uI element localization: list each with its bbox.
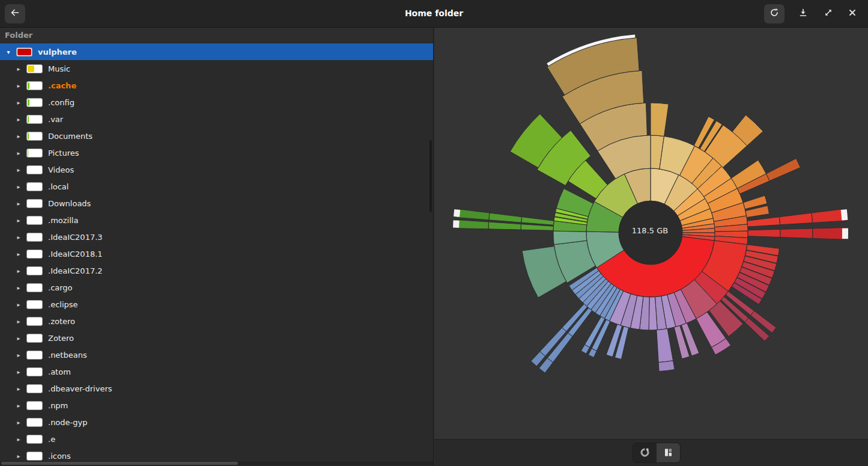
tree-row[interactable]: ▸Documents: [0, 127, 433, 144]
expand-expander-icon[interactable]: ▸: [15, 116, 22, 123]
expand-expander-icon[interactable]: ▸: [15, 234, 22, 241]
tree-row[interactable]: ▸.eclipse: [0, 296, 433, 313]
usage-chip-fill: [28, 150, 28, 156]
ring-segment[interactable]: [521, 217, 554, 225]
expand-expander-icon[interactable]: ▸: [15, 369, 22, 375]
tree-row[interactable]: ▸.atom: [0, 363, 433, 380]
folder-column-header[interactable]: Folder: [0, 28, 433, 43]
expand-expander-icon[interactable]: ▸: [15, 453, 22, 459]
usage-chip: [26, 115, 43, 124]
expand-expander-icon[interactable]: ▸: [15, 402, 22, 409]
expand-expander-icon[interactable]: ▸: [15, 284, 22, 291]
folder-label: Zotero: [48, 334, 74, 343]
expand-expander-icon[interactable]: ▸: [15, 436, 22, 443]
expand-expander-icon[interactable]: ▸: [15, 66, 22, 72]
tree-row[interactable]: ▸.cargo: [0, 279, 433, 296]
ring-segment[interactable]: [657, 329, 673, 363]
tree-row[interactable]: ▸Pictures: [0, 144, 433, 161]
maximize-button[interactable]: [821, 7, 836, 21]
usage-chip-fill: [28, 99, 29, 106]
expand-expander-icon[interactable]: ▸: [15, 385, 22, 392]
ring-segment[interactable]: [489, 213, 522, 222]
tree-row[interactable]: ▸.local: [0, 178, 433, 195]
folder-label: .cache: [48, 81, 76, 90]
usage-chip: [26, 401, 43, 410]
minimize-button[interactable]: [795, 7, 811, 21]
vertical-scrollbar[interactable]: [429, 140, 432, 212]
expand-expander-icon[interactable]: ▸: [15, 419, 22, 426]
ring-segment[interactable]: [813, 227, 846, 239]
tree-row[interactable]: ▸Zotero: [0, 330, 433, 346]
tree-row[interactable]: ▸.zotero: [0, 313, 433, 330]
tree-row[interactable]: ▸.netbeans: [0, 346, 433, 363]
expand-expander-icon[interactable]: ▸: [15, 268, 22, 274]
expand-expander-icon[interactable]: ▸: [15, 99, 22, 106]
ring-segment[interactable]: [658, 361, 675, 372]
expand-expander-icon[interactable]: ▸: [15, 200, 22, 207]
tree-row[interactable]: ▾vulphere: [0, 43, 433, 60]
usage-chip: [26, 300, 43, 309]
expand-expander-icon[interactable]: ▸: [15, 150, 22, 156]
tree-row[interactable]: ▸.config: [0, 94, 433, 111]
close-button[interactable]: [845, 7, 860, 21]
tree-row[interactable]: ▸.IdeaIC2017.3: [0, 228, 433, 245]
expand-expander-icon[interactable]: ▸: [15, 335, 22, 342]
more-levels-marker: [453, 220, 460, 227]
chart-hub[interactable]: [619, 201, 682, 265]
ring-segment[interactable]: [812, 209, 845, 222]
tree-row[interactable]: ▸.cache: [0, 77, 433, 94]
tree-row[interactable]: ▸.IdeaIC2018.1: [0, 245, 433, 262]
tree-row[interactable]: ▸.var: [0, 111, 433, 127]
ring-segment[interactable]: [780, 228, 813, 238]
expand-expander-icon[interactable]: ▸: [15, 133, 22, 139]
tree-row[interactable]: ▸Downloads: [0, 195, 433, 212]
folder-label: .atom: [48, 367, 71, 376]
folder-label: .node-gyp: [48, 418, 87, 427]
horizontal-scrollbar[interactable]: [1, 462, 238, 465]
ring-segment[interactable]: [747, 217, 780, 227]
folder-label: Music: [48, 64, 70, 73]
expand-expander-icon[interactable]: ▸: [15, 217, 22, 224]
usage-chip: [26, 367, 43, 376]
more-levels-marker: [841, 209, 848, 220]
ring-segment[interactable]: [651, 103, 669, 136]
usage-chip: [26, 418, 43, 427]
rings-chart-button[interactable]: [633, 443, 657, 463]
rings-chart[interactable]: [434, 28, 868, 439]
tree-row[interactable]: ▸.node-gyp: [0, 414, 433, 431]
usage-chip: [26, 266, 43, 275]
refresh-icon: [769, 8, 779, 20]
usage-chip: [26, 216, 43, 225]
refresh-button[interactable]: [764, 4, 785, 23]
ring-segment[interactable]: [455, 219, 489, 228]
tree-row[interactable]: ▸.dbeaver-drivers: [0, 380, 433, 397]
usage-chip: [26, 81, 43, 90]
bottom-toolbar: [434, 439, 868, 466]
ring-segment[interactable]: [488, 222, 521, 230]
expand-expander-icon[interactable]: ▸: [15, 352, 22, 358]
expand-expander-icon[interactable]: ▸: [15, 251, 22, 257]
tree-row[interactable]: ▸.mozilla: [0, 212, 433, 228]
chart-pane: 118.5 GB: [434, 28, 868, 439]
ring-segment[interactable]: [748, 229, 780, 237]
ring-segment[interactable]: [766, 159, 800, 181]
tree-row[interactable]: ▸.npm: [0, 397, 433, 414]
folder-label: .netbeans: [48, 351, 87, 360]
expand-expander-icon[interactable]: ▸: [15, 183, 22, 190]
tree-row[interactable]: ▸.IdeaIC2017.2: [0, 262, 433, 279]
expand-expander-icon[interactable]: ▸: [15, 301, 22, 308]
tree-row[interactable]: ▸Music: [0, 60, 433, 77]
expand-expander-icon[interactable]: ▸: [15, 82, 22, 89]
folder-label: .IdeaIC2018.1: [48, 250, 103, 259]
expand-expander-icon[interactable]: ▸: [15, 167, 22, 173]
tree-row[interactable]: ▸Videos: [0, 161, 433, 178]
ring-segment[interactable]: [456, 209, 490, 219]
tree-row[interactable]: ▸.e: [0, 431, 433, 447]
expand-expander-icon[interactable]: ▸: [15, 318, 22, 325]
ring-segment[interactable]: [779, 213, 812, 225]
usage-chip: [26, 182, 43, 191]
treemap-chart-button[interactable]: [657, 443, 680, 463]
folder-label: Documents: [48, 132, 93, 141]
ring-segment[interactable]: [521, 224, 553, 231]
collapse-expander-icon[interactable]: ▾: [5, 49, 12, 55]
